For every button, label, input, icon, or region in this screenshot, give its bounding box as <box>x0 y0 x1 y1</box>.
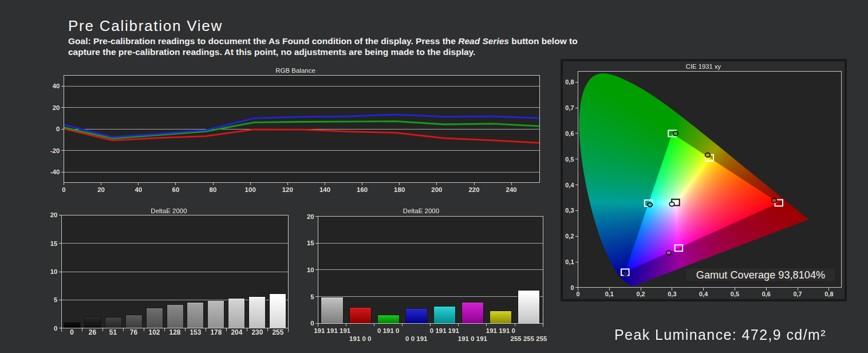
svg-text:0,6: 0,6 <box>762 291 771 297</box>
svg-text:26: 26 <box>89 328 97 336</box>
svg-text:0,6: 0,6 <box>565 130 574 137</box>
svg-text:0,4: 0,4 <box>565 182 574 189</box>
svg-text:153: 153 <box>190 328 201 336</box>
svg-text:0,2: 0,2 <box>636 291 645 297</box>
svg-text:20: 20 <box>53 104 60 111</box>
svg-text:40: 40 <box>135 186 142 193</box>
svg-text:0: 0 <box>570 284 574 291</box>
svg-text:140: 140 <box>319 186 330 193</box>
svg-text:0,5: 0,5 <box>565 156 574 163</box>
svg-text:220: 220 <box>468 186 479 193</box>
svg-text:DeltaE 2000: DeltaE 2000 <box>151 207 187 214</box>
svg-text:191 0 191: 191 0 191 <box>458 335 488 342</box>
svg-text:102: 102 <box>148 328 160 336</box>
svg-text:0: 0 <box>62 186 65 193</box>
svg-text:191 0 0: 191 0 0 <box>349 335 371 342</box>
svg-text:200: 200 <box>431 186 442 193</box>
svg-text:191 191 191: 191 191 191 <box>314 327 351 334</box>
svg-text:0,3: 0,3 <box>668 291 676 297</box>
svg-text:204: 204 <box>231 328 242 336</box>
svg-text:0,3: 0,3 <box>565 207 574 214</box>
svg-text:100: 100 <box>245 186 256 193</box>
svg-text:-40: -40 <box>50 168 60 175</box>
svg-text:10: 10 <box>307 266 314 273</box>
svg-text:0: 0 <box>70 328 74 336</box>
svg-text:60: 60 <box>172 186 180 193</box>
svg-text:40: 40 <box>53 83 60 89</box>
svg-text:0,2: 0,2 <box>565 233 574 240</box>
svg-text:0: 0 <box>310 320 314 327</box>
svg-text:180: 180 <box>394 186 405 193</box>
svg-text:120: 120 <box>282 186 293 193</box>
svg-text:DeltaE 2000: DeltaE 2000 <box>403 207 439 214</box>
svg-text:0,8: 0,8 <box>565 79 574 85</box>
svg-text:0,8: 0,8 <box>824 291 833 297</box>
svg-text:255 255 255: 255 255 255 <box>511 335 548 342</box>
svg-text:-20: -20 <box>50 147 60 154</box>
svg-text:0: 0 <box>54 325 57 332</box>
svg-text:0 191 191: 0 191 191 <box>430 327 460 334</box>
svg-text:15: 15 <box>307 240 314 246</box>
svg-text:20: 20 <box>97 186 105 193</box>
svg-text:0: 0 <box>56 125 60 132</box>
svg-text:0 191 0: 0 191 0 <box>377 327 399 334</box>
svg-text:0,7: 0,7 <box>793 291 802 297</box>
svg-text:CIE 1931 xy: CIE 1931 xy <box>686 63 721 70</box>
svg-text:15: 15 <box>50 240 58 247</box>
svg-text:20: 20 <box>307 213 314 220</box>
svg-text:0,4: 0,4 <box>699 291 708 297</box>
svg-text:128: 128 <box>169 328 180 336</box>
svg-text:5: 5 <box>310 293 314 300</box>
svg-text:0,1: 0,1 <box>565 258 574 265</box>
svg-text:20: 20 <box>50 211 58 218</box>
svg-text:0 0 191: 0 0 191 <box>405 335 428 342</box>
svg-text:51: 51 <box>109 328 117 336</box>
svg-text:10: 10 <box>50 268 58 275</box>
svg-text:255: 255 <box>272 328 283 336</box>
svg-text:RGB Balance: RGB Balance <box>275 67 315 74</box>
svg-text:5: 5 <box>54 296 58 303</box>
svg-text:0,5: 0,5 <box>731 291 739 297</box>
svg-text:0,7: 0,7 <box>565 104 574 111</box>
svg-text:240: 240 <box>506 186 517 193</box>
svg-text:178: 178 <box>210 328 222 336</box>
svg-text:76: 76 <box>130 328 138 336</box>
svg-text:230: 230 <box>251 328 263 336</box>
svg-text:160: 160 <box>357 186 368 193</box>
svg-text:191 191 0: 191 191 0 <box>486 327 515 334</box>
svg-text:80: 80 <box>210 186 217 193</box>
svg-text:0: 0 <box>576 291 579 297</box>
svg-text:0,1: 0,1 <box>605 291 614 297</box>
